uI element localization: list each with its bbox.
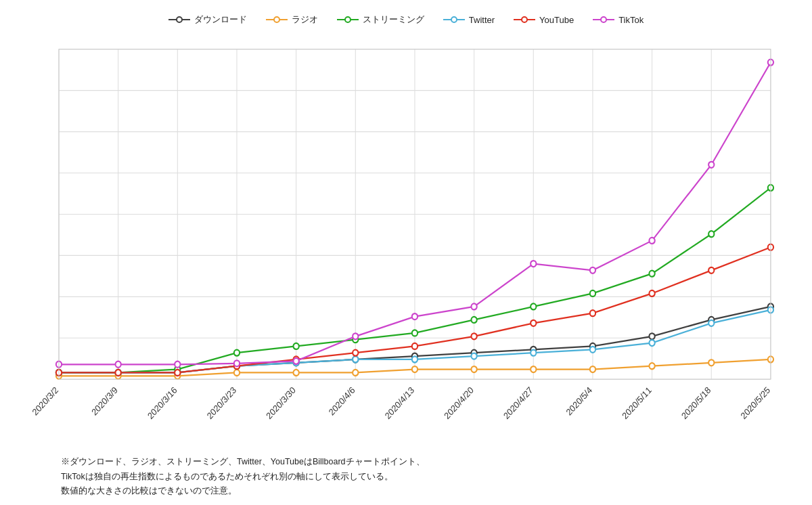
svg-point-54 bbox=[471, 366, 476, 372]
legend-item-radio: ラジオ bbox=[266, 14, 318, 26]
svg-point-80 bbox=[471, 353, 476, 359]
svg-text:2020/3/23: 2020/3/23 bbox=[205, 385, 238, 421]
svg-text:2020/3/30: 2020/3/30 bbox=[264, 385, 297, 421]
svg-point-87 bbox=[116, 370, 121, 376]
svg-point-108 bbox=[590, 267, 595, 273]
chart-container: ダウンロード ラジオ ストリーミング Twitter YouTube TikTo… bbox=[0, 0, 812, 505]
svg-point-101 bbox=[175, 361, 180, 368]
svg-point-109 bbox=[649, 238, 654, 244]
svg-point-102 bbox=[234, 360, 240, 366]
svg-text:2020/4/20: 2020/4/20 bbox=[442, 385, 475, 421]
svg-point-107 bbox=[531, 261, 536, 267]
svg-text:2020/5/11: 2020/5/11 bbox=[620, 385, 653, 421]
svg-point-105 bbox=[412, 313, 418, 320]
svg-point-50 bbox=[234, 370, 240, 376]
svg-point-83 bbox=[649, 340, 654, 346]
svg-point-53 bbox=[412, 366, 418, 372]
svg-point-63 bbox=[234, 350, 240, 356]
svg-point-91 bbox=[353, 350, 358, 356]
svg-text:2020/5/4: 2020/5/4 bbox=[564, 385, 594, 417]
svg-point-96 bbox=[649, 290, 654, 297]
svg-point-44 bbox=[649, 333, 654, 339]
svg-point-67 bbox=[471, 317, 476, 323]
svg-point-58 bbox=[708, 359, 714, 366]
svg-point-71 bbox=[708, 231, 714, 237]
svg-point-70 bbox=[649, 271, 654, 277]
svg-point-69 bbox=[590, 290, 595, 297]
svg-point-110 bbox=[708, 162, 714, 168]
legend-item-tiktok: TikTok bbox=[593, 15, 644, 25]
svg-point-5 bbox=[345, 17, 351, 22]
svg-text:2020/3/2: 2020/3/2 bbox=[30, 385, 60, 417]
svg-point-64 bbox=[293, 343, 298, 349]
svg-point-88 bbox=[175, 370, 180, 376]
svg-text:2020/5/18: 2020/5/18 bbox=[679, 385, 713, 421]
svg-point-51 bbox=[293, 370, 298, 376]
legend-item-streaming: ストリーミング bbox=[337, 14, 424, 26]
legend: ダウンロード ラジオ ストリーミング Twitter YouTube TikTo… bbox=[20, 14, 792, 26]
footnote: ※ダウンロード、ラジオ、ストリーミング、Twitter、YouTubeはBill… bbox=[20, 448, 792, 498]
svg-point-1 bbox=[177, 17, 182, 22]
svg-point-95 bbox=[590, 310, 595, 316]
svg-point-66 bbox=[412, 330, 418, 336]
svg-point-93 bbox=[471, 333, 476, 339]
svg-point-103 bbox=[293, 358, 298, 364]
svg-point-97 bbox=[708, 267, 714, 273]
svg-text:2020/3/16: 2020/3/16 bbox=[145, 385, 179, 421]
svg-point-82 bbox=[590, 347, 595, 353]
svg-point-79 bbox=[412, 356, 418, 362]
svg-text:2020/4/13: 2020/4/13 bbox=[383, 385, 416, 421]
legend-item-twitter: Twitter bbox=[443, 15, 495, 25]
svg-text:2020/3/9: 2020/3/9 bbox=[89, 385, 119, 417]
svg-text:2020/5/25: 2020/5/25 bbox=[739, 385, 772, 421]
svg-point-7 bbox=[451, 17, 457, 22]
chart-area: 2020/3/22020/3/92020/3/162020/3/232020/3… bbox=[20, 34, 792, 448]
svg-point-78 bbox=[353, 356, 358, 362]
legend-item-download: ダウンロード bbox=[168, 14, 247, 26]
svg-point-94 bbox=[531, 320, 536, 326]
svg-point-56 bbox=[590, 366, 595, 372]
svg-point-81 bbox=[531, 350, 536, 356]
svg-point-68 bbox=[531, 303, 536, 309]
svg-text:2020/4/27: 2020/4/27 bbox=[501, 385, 535, 421]
svg-point-84 bbox=[708, 320, 714, 326]
svg-text:2020/4/6: 2020/4/6 bbox=[327, 385, 357, 417]
svg-point-3 bbox=[274, 17, 279, 22]
svg-point-55 bbox=[531, 366, 536, 372]
svg-point-100 bbox=[116, 361, 121, 368]
svg-point-106 bbox=[471, 303, 476, 309]
svg-point-104 bbox=[353, 333, 358, 339]
svg-point-9 bbox=[522, 17, 527, 22]
legend-item-youtube: YouTube bbox=[514, 15, 574, 25]
svg-point-52 bbox=[353, 370, 358, 376]
svg-point-11 bbox=[601, 17, 606, 22]
svg-point-57 bbox=[649, 363, 654, 369]
svg-point-92 bbox=[412, 343, 418, 349]
